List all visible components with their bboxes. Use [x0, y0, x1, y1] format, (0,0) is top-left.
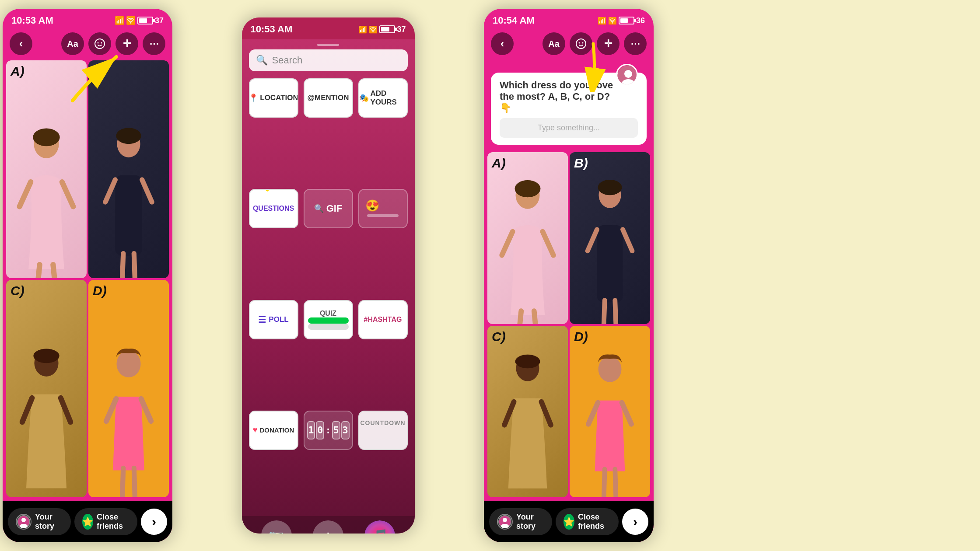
- left-content: A): [3, 57, 172, 501]
- sticker-donation[interactable]: ♥ DONATION: [249, 411, 298, 450]
- svg-line-26: [134, 468, 135, 497]
- text-button-right[interactable]: Aa: [542, 32, 565, 55]
- svg-line-51: [615, 300, 616, 324]
- next-btn-right[interactable]: ›: [622, 509, 648, 535]
- close-friends-btn-left[interactable]: ⭐ Close friends: [74, 508, 137, 535]
- location-label: LOCATION: [260, 94, 298, 102]
- text-icon-left: Aa: [67, 39, 78, 49]
- person-d-right: [570, 351, 650, 497]
- person-d-left: [88, 312, 169, 497]
- back-button-left[interactable]: ‹: [10, 32, 32, 55]
- svg-line-23: [106, 399, 116, 421]
- your-story-label-right: Your story: [516, 513, 544, 531]
- move-icon-right: ✛: [604, 38, 612, 49]
- text-button-left[interactable]: Aa: [61, 32, 84, 55]
- sticker-gif[interactable]: 🔍 GIF: [304, 189, 353, 228]
- more-button-left[interactable]: ⋯: [143, 32, 165, 55]
- close-friends-btn-right[interactable]: ⭐ Close friends: [556, 508, 619, 535]
- sticker-countdown[interactable]: COUNTDOWN: [358, 411, 408, 450]
- more-icon-left: ⋯: [149, 38, 159, 49]
- wifi-icon: 🛜: [126, 16, 136, 25]
- left-time: 10:53 AM: [11, 15, 53, 26]
- battery-pct-right: 36: [636, 16, 645, 25]
- left-toolbar-right: Aa ✛ ⋯: [61, 32, 165, 55]
- story-avatar-left: [17, 515, 31, 529]
- sticker-button-left[interactable]: [88, 32, 111, 55]
- left-status-bar: 10:53 AM 📶 🛜 37: [3, 9, 172, 31]
- svg-point-46: [598, 180, 622, 195]
- countdown-boxes: [380, 429, 385, 441]
- left-phone: 10:53 AM 📶 🛜 37 ‹ Aa: [3, 9, 172, 542]
- svg-point-39: [515, 180, 541, 197]
- person-b-right: [570, 178, 650, 324]
- music-icon-btn[interactable]: 🎵: [364, 520, 395, 534]
- sticker-addyours[interactable]: 🎭 ADD YOURS: [358, 78, 408, 118]
- search-bar[interactable]: 🔍 Search: [249, 49, 408, 71]
- sticker-quiz[interactable]: QUIZ: [304, 300, 353, 339]
- svg-rect-47: [597, 225, 623, 303]
- grid-item-b-left: B): [88, 60, 169, 278]
- your-story-btn-right[interactable]: Your story: [489, 508, 552, 535]
- svg-line-57: [588, 403, 598, 424]
- timer-d1: 1: [307, 421, 315, 439]
- questions-label: QUESTIONS: [253, 205, 294, 213]
- svg-point-5: [33, 128, 60, 146]
- svg-line-41: [502, 232, 513, 255]
- grid-label-d-right: D): [574, 329, 588, 344]
- plus-icon-btn[interactable]: +: [313, 520, 343, 534]
- your-story-btn-left[interactable]: Your story: [8, 508, 71, 535]
- sticker-questions[interactable]: QUESTIONS: [249, 189, 298, 228]
- story-icon-left: [16, 514, 32, 530]
- svg-line-59: [604, 469, 605, 497]
- left-image-grid: A): [3, 57, 172, 501]
- middle-status-bar: 10:53 AM 📶 🛜 37: [242, 17, 415, 39]
- grid-item-d-right: D): [570, 326, 650, 498]
- sticker-poll[interactable]: ☰ POLL: [249, 300, 298, 339]
- drag-handle: [317, 44, 339, 46]
- grid-item-a-right: A): [487, 152, 568, 324]
- next-btn-left[interactable]: ›: [141, 509, 167, 535]
- music-icon: 🎵: [364, 520, 395, 534]
- back-button-right[interactable]: ‹: [491, 32, 514, 55]
- addyours-label: ADD YOURS: [371, 89, 407, 107]
- svg-line-8: [62, 182, 74, 206]
- signal-icon: 📶: [115, 16, 124, 25]
- middle-section: 10:53 AM 📶 🛜 37 🔍 Search: [236, 0, 420, 551]
- move-button-right[interactable]: ✛: [597, 32, 620, 55]
- battery-icon-right: [619, 17, 634, 24]
- sticker-timer[interactable]: 1 0 : 5 3: [304, 411, 353, 450]
- svg-rect-13: [115, 175, 142, 255]
- svg-point-33: [582, 42, 584, 44]
- svg-line-44: [534, 311, 536, 324]
- svg-point-36: [624, 70, 632, 78]
- svg-point-32: [579, 42, 580, 44]
- svg-point-53: [515, 355, 540, 368]
- battery-pct-left: 37: [155, 16, 164, 25]
- battery-icon-mid: [379, 25, 395, 33]
- left-bottom-bar: Your story ⭐ Close friends ›: [3, 501, 172, 542]
- grid-item-d-left: D): [88, 280, 169, 498]
- sticker-mention[interactable]: @MENTION: [304, 78, 353, 118]
- camera-icon-btn[interactable]: 📷: [261, 520, 292, 534]
- more-button-right[interactable]: ⋯: [624, 32, 647, 55]
- sticker-emoji-slider[interactable]: 😍: [358, 189, 408, 228]
- question-input-placeholder[interactable]: Type something...: [500, 118, 638, 138]
- right-content: A) B): [484, 149, 654, 501]
- sticker-hashtag[interactable]: #HASHTAG: [358, 300, 408, 339]
- svg-point-56: [598, 356, 622, 382]
- story-icon-right: [497, 514, 513, 530]
- move-button-left[interactable]: ✛: [116, 32, 138, 55]
- timer-colon1: :: [325, 425, 331, 436]
- sticker-location[interactable]: 📍 LOCATION: [249, 78, 298, 118]
- left-status-icons: 📶 🛜 37: [115, 16, 164, 25]
- question-sticker: Which dress do you love the most? A, B, …: [491, 73, 647, 145]
- right-image-grid: A) B): [484, 149, 654, 501]
- svg-point-2: [101, 42, 102, 44]
- sticker-button-right[interactable]: [570, 32, 592, 55]
- gif-search-icon: 🔍: [314, 204, 324, 213]
- svg-line-10: [53, 265, 54, 278]
- sticker-face-icon-left: [94, 38, 105, 49]
- sticker-grid: 📍 LOCATION @MENTION 🎭 ADD YOURS QUESTION…: [242, 78, 415, 516]
- battery-icon-left: [137, 17, 153, 24]
- grid-item-b-right: B): [570, 152, 650, 324]
